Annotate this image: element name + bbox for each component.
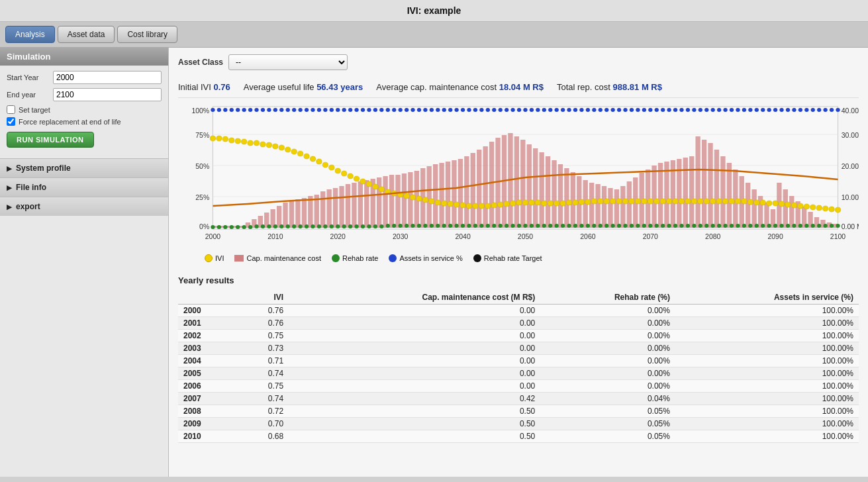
svg-point-370 xyxy=(466,203,471,209)
results-table: IVI Cap. maintenance cost (M R$) Rehab r… xyxy=(178,291,859,443)
svg-point-147 xyxy=(336,224,340,228)
svg-rect-89 xyxy=(602,186,606,228)
file-info-header[interactable]: ▶ File info xyxy=(0,178,168,197)
svg-point-351 xyxy=(348,173,353,179)
svg-point-148 xyxy=(342,224,346,228)
svg-rect-104 xyxy=(695,136,700,228)
svg-point-286 xyxy=(573,108,577,112)
asset-class-row: Asset Class -- xyxy=(178,54,859,70)
svg-point-297 xyxy=(642,108,646,112)
tab-bar: Analysis Asset data Cost library xyxy=(0,22,868,48)
svg-rect-46 xyxy=(333,188,338,228)
svg-rect-80 xyxy=(546,156,550,228)
tab-cost-library[interactable]: Cost library xyxy=(117,26,177,43)
svg-point-313 xyxy=(742,108,746,112)
cell-rehab-rate: 0.00% xyxy=(540,317,675,330)
svg-point-401 xyxy=(660,199,665,204)
svg-point-204 xyxy=(692,224,696,228)
svg-rect-55 xyxy=(389,175,394,228)
table-row: 2004 0.71 0.00 0.00% 100.00% xyxy=(178,355,859,367)
svg-point-363 xyxy=(422,197,428,203)
svg-point-133 xyxy=(248,225,252,229)
asset-class-select[interactable]: -- xyxy=(228,54,348,70)
svg-point-206 xyxy=(704,224,708,228)
svg-point-403 xyxy=(673,199,678,204)
sidebar-form: Start Year End year Set target Force rep… xyxy=(0,66,168,158)
svg-point-170 xyxy=(479,224,483,228)
svg-point-388 xyxy=(579,199,584,205)
svg-point-380 xyxy=(529,200,534,205)
svg-point-254 xyxy=(373,108,377,112)
start-year-input[interactable] xyxy=(53,71,162,84)
svg-point-362 xyxy=(416,196,422,201)
tab-analysis[interactable]: Analysis xyxy=(5,26,55,43)
svg-point-250 xyxy=(348,108,352,112)
svg-point-405 xyxy=(685,199,691,204)
svg-point-377 xyxy=(510,201,515,206)
svg-point-171 xyxy=(486,224,490,228)
svg-point-137 xyxy=(273,224,277,228)
svg-point-407 xyxy=(698,199,703,204)
svg-point-134 xyxy=(254,224,258,228)
svg-point-417 xyxy=(760,200,765,205)
svg-point-236 xyxy=(261,108,265,112)
cap-maint-legend-rect xyxy=(234,255,244,262)
svg-text:100%: 100% xyxy=(191,107,209,115)
svg-point-400 xyxy=(654,199,659,204)
file-info-section: ▶ File info xyxy=(0,177,168,197)
system-profile-header[interactable]: ▶ System profile xyxy=(0,159,168,177)
svg-point-354 xyxy=(366,181,371,187)
chart-container: 100% 75% 50% 25% 0% 40.00 M R$ 30.00 M R… xyxy=(178,103,859,249)
svg-rect-82 xyxy=(558,164,563,228)
svg-rect-64 xyxy=(446,162,450,228)
cell-ivi: 0.75 xyxy=(236,330,289,342)
svg-point-325 xyxy=(817,108,821,112)
yearly-results-title: Yearly results xyxy=(178,275,859,285)
force-replacement-label: Force replacement at end of life xyxy=(19,118,121,126)
svg-point-243 xyxy=(305,108,309,112)
cell-ivi: 0.76 xyxy=(236,317,289,330)
svg-point-386 xyxy=(566,200,571,205)
svg-point-199 xyxy=(661,224,665,228)
svg-point-159 xyxy=(410,224,414,228)
legend-rehab-rate: Rehab rate xyxy=(332,254,378,262)
svg-point-161 xyxy=(423,224,427,228)
svg-point-413 xyxy=(735,199,740,204)
svg-point-294 xyxy=(623,108,627,112)
table-row: 2002 0.75 0.00 0.00% 100.00% xyxy=(178,330,859,342)
svg-point-364 xyxy=(429,199,434,204)
svg-point-315 xyxy=(755,108,759,112)
cell-year: 2010 xyxy=(178,430,236,443)
svg-point-404 xyxy=(679,199,684,204)
force-replacement-checkbox[interactable] xyxy=(7,117,15,126)
svg-point-140 xyxy=(292,224,296,228)
svg-point-220 xyxy=(792,224,796,228)
asset-class-label: Asset Class xyxy=(178,58,223,67)
svg-point-184 xyxy=(567,224,571,228)
svg-point-197 xyxy=(648,224,652,228)
svg-rect-65 xyxy=(452,160,456,228)
svg-point-246 xyxy=(323,108,327,112)
legend-assets-service: Assets in service % xyxy=(389,254,462,262)
export-header[interactable]: ▶ export xyxy=(0,197,168,216)
svg-point-237 xyxy=(267,108,271,112)
svg-point-350 xyxy=(342,171,347,176)
tab-asset-data[interactable]: Asset data xyxy=(58,26,115,43)
set-target-checkbox[interactable] xyxy=(7,105,15,114)
cell-assets-service: 100.00% xyxy=(675,342,859,355)
svg-point-212 xyxy=(742,224,746,228)
svg-rect-45 xyxy=(326,189,331,228)
cell-rehab-rate: 0.00% xyxy=(540,305,675,317)
svg-point-355 xyxy=(373,184,378,189)
svg-point-210 xyxy=(730,224,734,228)
table-row: 2006 0.75 0.00 0.00% 100.00% xyxy=(178,380,859,393)
svg-point-319 xyxy=(779,108,783,112)
svg-point-285 xyxy=(567,108,571,112)
end-year-input[interactable] xyxy=(53,88,162,101)
svg-point-416 xyxy=(754,200,759,205)
run-simulation-button[interactable]: RUN SIMULATION xyxy=(7,132,94,148)
cell-cap-maint: 0.00 xyxy=(289,305,540,317)
cell-rehab-rate: 0.04% xyxy=(540,393,675,405)
svg-point-150 xyxy=(354,224,358,228)
set-target-row: Set target xyxy=(7,105,162,114)
